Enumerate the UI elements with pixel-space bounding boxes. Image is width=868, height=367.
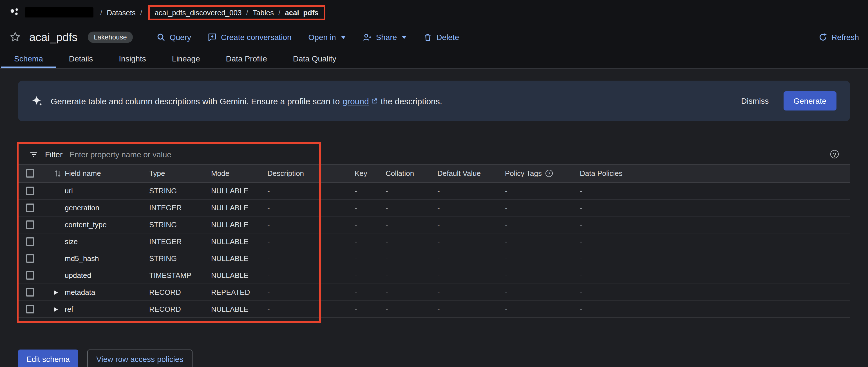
cell-description: - bbox=[265, 200, 352, 216]
cell-field-name: updated bbox=[62, 267, 146, 284]
row-checkbox[interactable] bbox=[26, 203, 34, 212]
expand-arrow-icon[interactable] bbox=[54, 307, 58, 311]
lakehouse-badge: Lakehouse bbox=[88, 32, 133, 43]
cell-mode: NULLABLE bbox=[208, 233, 265, 250]
tab-data-profile[interactable]: Data Profile bbox=[213, 50, 280, 68]
cell-type: RECORD bbox=[146, 301, 208, 317]
cell-key: - bbox=[352, 217, 383, 233]
breadcrumb-datasets[interactable]: Datasets bbox=[107, 8, 136, 17]
annotation-box-breadcrumb: acai_pdfs_discovered_003 / Tables / acai… bbox=[148, 5, 326, 20]
row-checkbox[interactable] bbox=[26, 220, 34, 229]
cell-field-name: md5_hash bbox=[62, 250, 146, 267]
table-row: content_type STRING NULLABLE - - - - - - bbox=[18, 217, 850, 233]
table-row: generation INTEGER NULLABLE - - - - - - bbox=[18, 200, 850, 217]
page-title: acai_pdfs bbox=[29, 31, 78, 44]
tab-details[interactable]: Details bbox=[56, 50, 106, 68]
cell-mode: NULLABLE bbox=[208, 267, 265, 284]
table-row: md5_hash STRING NULLABLE - - - - - - bbox=[18, 250, 850, 267]
chevron-down-icon bbox=[402, 36, 406, 38]
refresh-button[interactable]: Refresh bbox=[818, 33, 859, 42]
cell-default-value: - bbox=[435, 182, 502, 199]
column-header-field-name[interactable]: Field name bbox=[62, 165, 146, 182]
cell-type: STRING bbox=[146, 217, 208, 233]
tab-schema[interactable]: Schema bbox=[1, 50, 56, 68]
breadcrumb-separator: / bbox=[278, 8, 280, 17]
cell-field-name: generation bbox=[62, 200, 146, 216]
dismiss-button[interactable]: Dismiss bbox=[734, 92, 775, 110]
cell-field-name: ref bbox=[62, 301, 146, 317]
cell-key: - bbox=[352, 267, 383, 284]
row-checkbox[interactable] bbox=[26, 288, 34, 297]
product-logo-icon bbox=[9, 7, 20, 18]
cell-field-name: metadata bbox=[62, 284, 146, 301]
cell-default-value: - bbox=[435, 200, 502, 216]
column-header-policy-tags: Policy Tags bbox=[502, 165, 577, 182]
column-header-mode: Mode bbox=[208, 165, 265, 182]
cell-collation: - bbox=[383, 250, 435, 267]
breadcrumb-tables[interactable]: Tables bbox=[253, 8, 274, 17]
tab-lineage[interactable]: Lineage bbox=[159, 50, 213, 68]
cell-default-value: - bbox=[435, 217, 502, 233]
row-checkbox[interactable] bbox=[26, 305, 34, 313]
cell-policy-tags: - bbox=[502, 200, 577, 216]
row-checkbox[interactable] bbox=[26, 271, 34, 280]
cell-policy-tags: - bbox=[502, 301, 577, 317]
cell-collation: - bbox=[383, 233, 435, 250]
column-header-type: Type bbox=[146, 165, 208, 182]
cell-policy-tags: - bbox=[502, 284, 577, 301]
tab-data-quality[interactable]: Data Quality bbox=[280, 50, 349, 68]
cell-type: STRING bbox=[146, 250, 208, 267]
cell-description: - bbox=[265, 233, 352, 250]
share-dropdown[interactable]: Share bbox=[363, 33, 407, 42]
column-header-data-policies: Data Policies bbox=[577, 165, 850, 182]
chat-plus-icon bbox=[208, 33, 217, 42]
breadcrumb-table-name: acai_pdfs bbox=[285, 8, 319, 17]
query-button[interactable]: Query bbox=[157, 33, 191, 42]
cell-type: STRING bbox=[146, 182, 208, 199]
policy-tags-help-icon[interactable] bbox=[545, 170, 553, 177]
cell-data-policies: - bbox=[577, 200, 850, 216]
row-checkbox[interactable] bbox=[26, 254, 34, 263]
banner-text: Generate table and column descriptions w… bbox=[51, 96, 442, 106]
cell-collation: - bbox=[383, 267, 435, 284]
row-checkbox[interactable] bbox=[26, 187, 34, 195]
row-checkbox[interactable] bbox=[26, 237, 34, 246]
cell-data-policies: - bbox=[577, 284, 850, 301]
filter-input[interactable] bbox=[69, 150, 824, 159]
cell-data-policies: - bbox=[577, 250, 850, 267]
cell-policy-tags: - bbox=[502, 182, 577, 199]
expand-arrow-icon[interactable] bbox=[54, 290, 58, 294]
cell-policy-tags: - bbox=[502, 267, 577, 284]
cell-mode: NULLABLE bbox=[208, 200, 265, 216]
favorite-star-icon[interactable] bbox=[9, 31, 21, 44]
breadcrumb-dataset-name[interactable]: acai_pdfs_discovered_003 bbox=[155, 8, 242, 17]
cell-field-name: content_type bbox=[62, 217, 146, 233]
breadcrumb-separator: / bbox=[100, 8, 102, 17]
filter-label: Filter bbox=[45, 150, 62, 159]
edit-schema-button[interactable]: Edit schema bbox=[18, 349, 78, 367]
view-row-access-policies-button[interactable]: View row access policies bbox=[87, 349, 192, 367]
table-row: size INTEGER NULLABLE - - - - - - bbox=[18, 233, 850, 250]
cell-default-value: - bbox=[435, 250, 502, 267]
sort-icon[interactable] bbox=[54, 169, 61, 177]
delete-button[interactable]: Delete bbox=[423, 33, 459, 42]
cell-mode: NULLABLE bbox=[208, 182, 265, 199]
breadcrumb-separator: / bbox=[140, 8, 142, 17]
create-conversation-button[interactable]: Create conversation bbox=[208, 33, 291, 42]
cell-description: - bbox=[265, 217, 352, 233]
ground-link[interactable]: ground bbox=[343, 96, 369, 106]
action-buttons: Query Create conversation Open in bbox=[157, 33, 459, 42]
tab-insights[interactable]: Insights bbox=[106, 50, 159, 68]
cell-policy-tags: - bbox=[502, 217, 577, 233]
table-row: ref RECORD NULLABLE - - - - - - bbox=[18, 301, 850, 318]
chevron-down-icon bbox=[341, 36, 346, 38]
select-all-checkbox[interactable] bbox=[26, 169, 34, 177]
search-icon bbox=[157, 33, 166, 42]
generate-button[interactable]: Generate bbox=[783, 91, 836, 111]
bigquery-table-schema-page: / Datasets / acai_pdfs_discovered_003 / … bbox=[0, 0, 868, 367]
cell-data-policies: - bbox=[577, 301, 850, 317]
help-icon[interactable] bbox=[830, 150, 839, 159]
cell-data-policies: - bbox=[577, 267, 850, 284]
cell-description: - bbox=[265, 301, 352, 317]
open-in-dropdown[interactable]: Open in bbox=[308, 33, 346, 42]
